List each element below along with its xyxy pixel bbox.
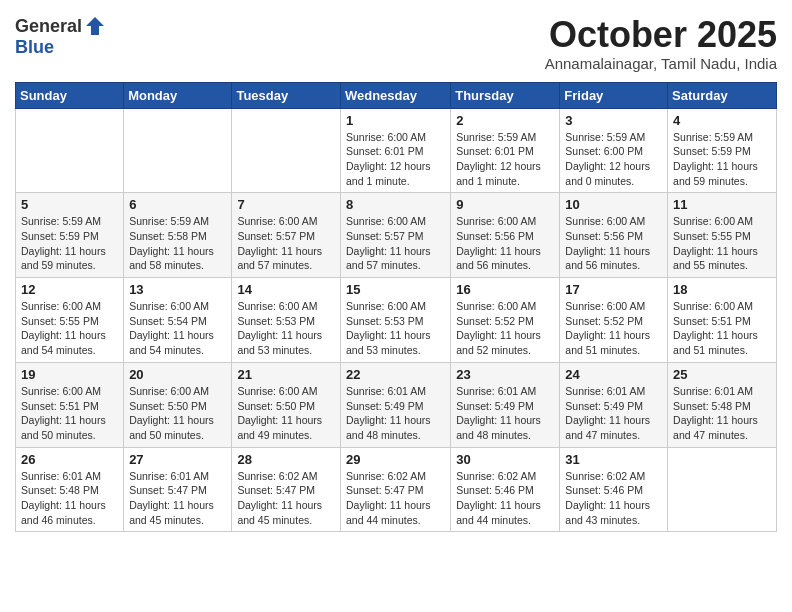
calendar-cell: 25Sunrise: 6:01 AMSunset: 5:48 PMDayligh… — [668, 362, 777, 447]
day-number: 12 — [21, 282, 118, 297]
subtitle: Annamalainagar, Tamil Nadu, India — [545, 55, 777, 72]
calendar-cell: 11Sunrise: 6:00 AMSunset: 5:55 PMDayligh… — [668, 193, 777, 278]
day-number: 14 — [237, 282, 335, 297]
calendar-cell: 13Sunrise: 6:00 AMSunset: 5:54 PMDayligh… — [124, 278, 232, 363]
weekday-header: Tuesday — [232, 82, 341, 108]
day-number: 4 — [673, 113, 771, 128]
calendar-cell: 2Sunrise: 5:59 AMSunset: 6:01 PMDaylight… — [451, 108, 560, 193]
day-info: Sunrise: 6:01 AMSunset: 5:49 PMDaylight:… — [456, 384, 554, 443]
day-number: 22 — [346, 367, 445, 382]
calendar-cell: 16Sunrise: 6:00 AMSunset: 5:52 PMDayligh… — [451, 278, 560, 363]
day-info: Sunrise: 6:02 AMSunset: 5:47 PMDaylight:… — [237, 469, 335, 528]
day-number: 28 — [237, 452, 335, 467]
svg-marker-0 — [86, 17, 104, 35]
day-info: Sunrise: 6:00 AMSunset: 5:51 PMDaylight:… — [21, 384, 118, 443]
day-info: Sunrise: 6:00 AMSunset: 5:50 PMDaylight:… — [237, 384, 335, 443]
day-info: Sunrise: 5:59 AMSunset: 6:00 PMDaylight:… — [565, 130, 662, 189]
day-info: Sunrise: 6:00 AMSunset: 5:55 PMDaylight:… — [673, 214, 771, 273]
calendar-week-row: 26Sunrise: 6:01 AMSunset: 5:48 PMDayligh… — [16, 447, 777, 532]
calendar-cell — [668, 447, 777, 532]
calendar-cell — [16, 108, 124, 193]
calendar-cell: 7Sunrise: 6:00 AMSunset: 5:57 PMDaylight… — [232, 193, 341, 278]
calendar-cell: 26Sunrise: 6:01 AMSunset: 5:48 PMDayligh… — [16, 447, 124, 532]
day-number: 24 — [565, 367, 662, 382]
day-info: Sunrise: 6:00 AMSunset: 5:57 PMDaylight:… — [237, 214, 335, 273]
day-info: Sunrise: 5:59 AMSunset: 5:59 PMDaylight:… — [673, 130, 771, 189]
calendar-cell: 4Sunrise: 5:59 AMSunset: 5:59 PMDaylight… — [668, 108, 777, 193]
weekday-header: Saturday — [668, 82, 777, 108]
logo: General Blue — [15, 15, 106, 58]
day-number: 18 — [673, 282, 771, 297]
day-info: Sunrise: 6:00 AMSunset: 5:56 PMDaylight:… — [456, 214, 554, 273]
day-info: Sunrise: 6:00 AMSunset: 5:54 PMDaylight:… — [129, 299, 226, 358]
day-info: Sunrise: 6:02 AMSunset: 5:46 PMDaylight:… — [456, 469, 554, 528]
calendar-cell: 3Sunrise: 5:59 AMSunset: 6:00 PMDaylight… — [560, 108, 668, 193]
calendar-cell: 14Sunrise: 6:00 AMSunset: 5:53 PMDayligh… — [232, 278, 341, 363]
day-number: 7 — [237, 197, 335, 212]
calendar-header-row: SundayMondayTuesdayWednesdayThursdayFrid… — [16, 82, 777, 108]
day-info: Sunrise: 6:01 AMSunset: 5:49 PMDaylight:… — [565, 384, 662, 443]
calendar-week-row: 12Sunrise: 6:00 AMSunset: 5:55 PMDayligh… — [16, 278, 777, 363]
day-number: 31 — [565, 452, 662, 467]
day-info: Sunrise: 6:00 AMSunset: 5:52 PMDaylight:… — [456, 299, 554, 358]
day-info: Sunrise: 6:00 AMSunset: 5:53 PMDaylight:… — [346, 299, 445, 358]
day-info: Sunrise: 6:00 AMSunset: 6:01 PMDaylight:… — [346, 130, 445, 189]
calendar-cell: 1Sunrise: 6:00 AMSunset: 6:01 PMDaylight… — [340, 108, 450, 193]
calendar-cell: 6Sunrise: 5:59 AMSunset: 5:58 PMDaylight… — [124, 193, 232, 278]
calendar-cell — [124, 108, 232, 193]
day-number: 19 — [21, 367, 118, 382]
calendar-week-row: 19Sunrise: 6:00 AMSunset: 5:51 PMDayligh… — [16, 362, 777, 447]
day-number: 17 — [565, 282, 662, 297]
logo-icon — [84, 15, 106, 37]
calendar-cell: 30Sunrise: 6:02 AMSunset: 5:46 PMDayligh… — [451, 447, 560, 532]
day-number: 27 — [129, 452, 226, 467]
calendar-cell: 5Sunrise: 5:59 AMSunset: 5:59 PMDaylight… — [16, 193, 124, 278]
day-info: Sunrise: 5:59 AMSunset: 5:58 PMDaylight:… — [129, 214, 226, 273]
calendar-cell — [232, 108, 341, 193]
header: General Blue October 2025 Annamalainagar… — [15, 15, 777, 72]
day-info: Sunrise: 6:01 AMSunset: 5:47 PMDaylight:… — [129, 469, 226, 528]
day-number: 3 — [565, 113, 662, 128]
day-info: Sunrise: 6:00 AMSunset: 5:50 PMDaylight:… — [129, 384, 226, 443]
calendar-week-row: 5Sunrise: 5:59 AMSunset: 5:59 PMDaylight… — [16, 193, 777, 278]
day-info: Sunrise: 6:02 AMSunset: 5:46 PMDaylight:… — [565, 469, 662, 528]
calendar-cell: 23Sunrise: 6:01 AMSunset: 5:49 PMDayligh… — [451, 362, 560, 447]
day-info: Sunrise: 6:00 AMSunset: 5:56 PMDaylight:… — [565, 214, 662, 273]
calendar-cell: 22Sunrise: 6:01 AMSunset: 5:49 PMDayligh… — [340, 362, 450, 447]
day-number: 13 — [129, 282, 226, 297]
calendar-cell: 28Sunrise: 6:02 AMSunset: 5:47 PMDayligh… — [232, 447, 341, 532]
calendar-cell: 24Sunrise: 6:01 AMSunset: 5:49 PMDayligh… — [560, 362, 668, 447]
calendar-cell: 10Sunrise: 6:00 AMSunset: 5:56 PMDayligh… — [560, 193, 668, 278]
day-number: 15 — [346, 282, 445, 297]
day-number: 10 — [565, 197, 662, 212]
weekday-header: Wednesday — [340, 82, 450, 108]
day-info: Sunrise: 6:01 AMSunset: 5:49 PMDaylight:… — [346, 384, 445, 443]
weekday-header: Sunday — [16, 82, 124, 108]
logo-general-text: General — [15, 16, 82, 37]
day-number: 9 — [456, 197, 554, 212]
day-number: 16 — [456, 282, 554, 297]
day-number: 30 — [456, 452, 554, 467]
day-number: 6 — [129, 197, 226, 212]
calendar-cell: 21Sunrise: 6:00 AMSunset: 5:50 PMDayligh… — [232, 362, 341, 447]
calendar-table: SundayMondayTuesdayWednesdayThursdayFrid… — [15, 82, 777, 533]
day-info: Sunrise: 6:00 AMSunset: 5:51 PMDaylight:… — [673, 299, 771, 358]
calendar-week-row: 1Sunrise: 6:00 AMSunset: 6:01 PMDaylight… — [16, 108, 777, 193]
day-number: 20 — [129, 367, 226, 382]
day-info: Sunrise: 5:59 AMSunset: 5:59 PMDaylight:… — [21, 214, 118, 273]
day-number: 21 — [237, 367, 335, 382]
day-number: 2 — [456, 113, 554, 128]
day-number: 5 — [21, 197, 118, 212]
day-info: Sunrise: 6:00 AMSunset: 5:55 PMDaylight:… — [21, 299, 118, 358]
page: General Blue October 2025 Annamalainagar… — [0, 0, 792, 542]
day-info: Sunrise: 6:01 AMSunset: 5:48 PMDaylight:… — [673, 384, 771, 443]
day-info: Sunrise: 5:59 AMSunset: 6:01 PMDaylight:… — [456, 130, 554, 189]
calendar-cell: 17Sunrise: 6:00 AMSunset: 5:52 PMDayligh… — [560, 278, 668, 363]
day-number: 11 — [673, 197, 771, 212]
calendar-cell: 20Sunrise: 6:00 AMSunset: 5:50 PMDayligh… — [124, 362, 232, 447]
day-info: Sunrise: 6:01 AMSunset: 5:48 PMDaylight:… — [21, 469, 118, 528]
calendar-cell: 15Sunrise: 6:00 AMSunset: 5:53 PMDayligh… — [340, 278, 450, 363]
day-number: 26 — [21, 452, 118, 467]
day-number: 29 — [346, 452, 445, 467]
calendar-cell: 18Sunrise: 6:00 AMSunset: 5:51 PMDayligh… — [668, 278, 777, 363]
